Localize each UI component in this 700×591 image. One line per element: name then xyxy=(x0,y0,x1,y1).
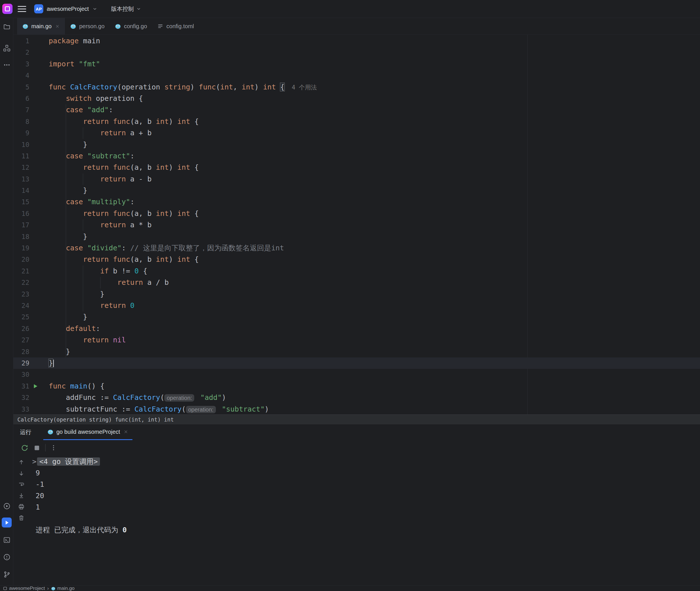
close-tab-icon[interactable] xyxy=(55,24,60,29)
soft-wrap-icon[interactable] xyxy=(18,481,25,488)
code-line[interactable]: 15 case "multiply": xyxy=(13,196,700,208)
code-line[interactable]: 22 return a / b xyxy=(13,277,700,288)
code-line[interactable]: 5func CalcFactory(operation string) func… xyxy=(13,81,700,93)
clear-console-icon[interactable] xyxy=(18,514,25,521)
gutter xyxy=(29,357,41,369)
code-line[interactable]: 30 xyxy=(13,369,700,380)
scroll-to-end-icon[interactable] xyxy=(18,492,25,499)
more-tools-icon[interactable] xyxy=(3,61,10,69)
code-text: subtractFunc := CalcFactory(operation: "… xyxy=(41,404,269,415)
more-options-icon[interactable] xyxy=(50,444,57,451)
code-line[interactable]: 12 return func(a, b int) int { xyxy=(13,162,700,173)
matched-brace: } xyxy=(49,359,53,367)
terminal-tool-icon[interactable] xyxy=(3,536,10,544)
tab-config.go[interactable]: config.go xyxy=(110,18,152,35)
vcs-label: 版本控制 xyxy=(111,5,134,13)
code-line[interactable]: 6 switch operation { xyxy=(13,93,700,104)
gutter xyxy=(29,185,41,196)
project-widget[interactable]: AP awesomeProject xyxy=(34,4,97,13)
code-line[interactable]: 3import "fmt" xyxy=(13,58,700,70)
code-line[interactable]: 7 case "add": xyxy=(13,104,700,116)
param-name-inlay-hint[interactable]: operation: xyxy=(164,394,194,402)
services-tool-icon[interactable] xyxy=(3,503,10,510)
code-line[interactable]: 10 } xyxy=(13,139,700,150)
code-line[interactable]: 1package main xyxy=(13,35,700,47)
code-line[interactable]: 17 return a * b xyxy=(13,219,700,231)
code-line[interactable]: 18 } xyxy=(13,231,700,242)
code-line[interactable]: 20 return func(a, b int) int { xyxy=(13,254,700,265)
go-file-icon xyxy=(22,23,28,29)
line-number: 9 xyxy=(13,127,29,139)
folded-output-chip[interactable]: <4 go 设置调用> xyxy=(37,457,100,466)
print-icon[interactable] xyxy=(18,503,25,510)
gutter xyxy=(29,139,41,150)
run-console: ><4 go 设置调用>9-1201进程 已完成，退出代码为 0 xyxy=(13,455,700,585)
console-line: -1 xyxy=(36,479,700,490)
git-tool-icon[interactable] xyxy=(3,571,10,578)
code-line[interactable]: 27 return nil xyxy=(13,334,700,346)
code-line[interactable]: 21 if b != 0 { xyxy=(13,265,700,277)
line-number: 30 xyxy=(13,369,29,380)
code-line[interactable]: 8 return func(a, b int) int { xyxy=(13,116,700,127)
console-line: ><4 go 设置调用> xyxy=(36,456,700,467)
code-line[interactable]: 24 return 0 xyxy=(13,300,700,311)
code-line[interactable]: 33 subtractFunc := CalcFactory(operation… xyxy=(13,404,700,415)
code-text: return a * b xyxy=(41,219,151,231)
code-line[interactable]: 16 return func(a, b int) int { xyxy=(13,208,700,219)
rerun-icon[interactable] xyxy=(21,444,28,452)
code-line[interactable]: 32 addFunc := CalcFactory(operation: "ad… xyxy=(13,392,700,403)
chevron-down-icon xyxy=(92,6,97,11)
console-output[interactable]: ><4 go 设置调用>9-1201进程 已完成，退出代码为 0 xyxy=(29,455,700,585)
exit-code: 0 xyxy=(123,526,127,534)
down-stacktrace-icon[interactable] xyxy=(18,470,25,477)
usages-inlay-hint[interactable]: 4 个用法 xyxy=(284,84,317,91)
code-line[interactable]: 4 xyxy=(13,70,700,81)
code-line[interactable]: 11 case "subtract": xyxy=(13,150,700,162)
up-stacktrace-icon[interactable] xyxy=(18,459,25,466)
param-name-inlay-hint[interactable]: operation: xyxy=(186,406,216,413)
code-line[interactable]: 13 return a - b xyxy=(13,174,700,185)
gutter xyxy=(29,104,41,116)
code-line[interactable]: 2 xyxy=(13,47,700,58)
code-line[interactable]: 14 } xyxy=(13,185,700,196)
code-text: case "multiply": xyxy=(41,196,134,208)
tab-person.go[interactable]: person.go xyxy=(65,18,110,35)
stop-icon[interactable] xyxy=(33,444,41,452)
main-area: main.goperson.goconfig.goconfig.toml 1pa… xyxy=(13,18,700,585)
code-line[interactable]: 23 } xyxy=(13,288,700,300)
code-line[interactable]: 29} xyxy=(13,357,700,369)
run-configuration-tab[interactable]: go build awesomeProject xyxy=(43,424,132,440)
code-text: default: xyxy=(41,323,100,334)
main-menu-icon[interactable] xyxy=(18,5,26,13)
code-line[interactable]: 26 default: xyxy=(13,323,700,334)
breadcrumb-project-label: awesomeProject xyxy=(9,586,45,591)
line-number: 29 xyxy=(13,357,29,369)
gutter xyxy=(29,93,41,104)
console-toolbar xyxy=(13,455,29,585)
code-editor[interactable]: 1package main23import "fmt"45func CalcFa… xyxy=(13,35,700,414)
close-run-tab-icon[interactable] xyxy=(123,429,128,434)
code-line[interactable]: 19 case "divide": // 这里是向下取整了，因为函数签名返回是i… xyxy=(13,242,700,254)
tab-label: config.go xyxy=(124,23,147,29)
toolbar-separator xyxy=(45,444,46,451)
gutter xyxy=(29,265,41,277)
breadcrumb-file[interactable]: main.go xyxy=(51,586,74,591)
code-line[interactable]: 28 } xyxy=(13,346,700,357)
project-tool-icon[interactable] xyxy=(3,23,10,30)
gutter xyxy=(29,150,41,162)
tab-label: main.go xyxy=(31,23,52,29)
gutter xyxy=(29,231,41,242)
code-text: case "divide": // 这里是向下取整了，因为函数签名返回是int xyxy=(41,242,284,254)
code-line[interactable]: 9 return a + b xyxy=(13,127,700,139)
tab-main.go[interactable]: main.go xyxy=(17,18,65,35)
structure-tool-icon[interactable] xyxy=(3,45,10,52)
vcs-widget[interactable]: 版本控制 xyxy=(111,5,141,13)
problems-tool-icon[interactable] xyxy=(3,553,10,561)
code-line[interactable]: 25 } xyxy=(13,311,700,323)
tab-config.toml[interactable]: config.toml xyxy=(152,18,199,35)
gutter xyxy=(29,404,41,415)
code-line[interactable]: 31func main() { xyxy=(13,381,700,392)
breadcrumb-project[interactable]: awesomeProject xyxy=(3,586,45,591)
run-line-icon[interactable] xyxy=(32,383,39,389)
run-tool-icon-active[interactable] xyxy=(2,518,12,527)
